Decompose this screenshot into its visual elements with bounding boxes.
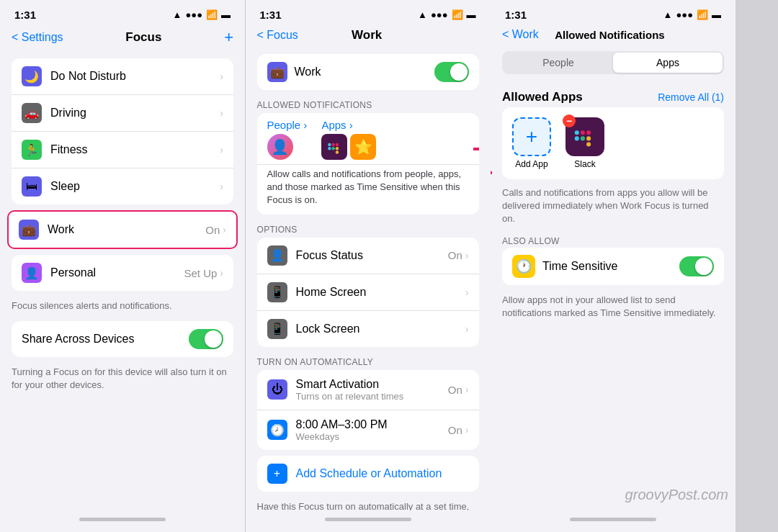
location-icon: ▲ bbox=[418, 9, 427, 20]
page-title-3: Allowed Notifications bbox=[555, 29, 665, 41]
apps-link[interactable]: Apps › bbox=[321, 119, 376, 131]
smart-activation-row[interactable]: ⏻ Smart Activation Turns on at relevant … bbox=[257, 370, 479, 410]
wifi-icon: 📶 bbox=[206, 9, 218, 20]
schedule-row[interactable]: 🕗 8:00 AM–3:00 PM Weekdays On › bbox=[257, 410, 479, 450]
work-toggle-card: 💼 Work bbox=[257, 54, 479, 90]
list-item-fitness[interactable]: 🏃 Fitness › bbox=[12, 132, 233, 168]
focus-status-icon: 👤 bbox=[267, 245, 287, 266]
back-button-2[interactable]: < Focus bbox=[257, 29, 298, 42]
home-screen-label: Home Screen bbox=[296, 286, 465, 299]
list-item-sleep[interactable]: 🛏 Sleep › bbox=[12, 168, 233, 204]
schedule-days: Weekdays bbox=[296, 431, 448, 442]
home-bar-1 bbox=[0, 510, 245, 532]
svg-rect-0 bbox=[328, 147, 331, 150]
slack-app-icon bbox=[321, 134, 347, 160]
list-item-driving[interactable]: 🚗 Driving › bbox=[12, 95, 233, 132]
add-button-1[interactable]: + bbox=[224, 28, 233, 47]
seg-apps[interactable]: Apps bbox=[613, 53, 723, 73]
lock-screen-row[interactable]: 📱 Lock Screen › bbox=[257, 311, 479, 347]
auto-card: ⏻ Smart Activation Turns on at relevant … bbox=[257, 370, 479, 450]
seg-people[interactable]: People bbox=[504, 53, 613, 73]
status-bar-1: 1:31 ▲ ●●● 📶 ▬ bbox=[0, 0, 245, 25]
remove-all-btn[interactable]: Remove All (1) bbox=[658, 91, 724, 103]
share-row[interactable]: Share Across Devices bbox=[12, 321, 233, 357]
slack-label: Slack bbox=[574, 159, 595, 169]
schedule-time: 8:00 AM–3:00 PM bbox=[296, 418, 448, 431]
battery-icon: ▬ bbox=[221, 9, 231, 20]
chevron-icon: › bbox=[223, 224, 226, 235]
status-bar-3: 1:31 ▲ ●●● 📶 ▬ bbox=[491, 0, 735, 25]
add-schedule-label[interactable]: Add Schedule or Automation bbox=[296, 467, 442, 480]
time-sensitive-label: Time Sensitive bbox=[542, 260, 679, 273]
status-icons-3: ▲ ●●● 📶 ▬ bbox=[663, 9, 721, 20]
smart-activation-sublabel: Turns on at relevant times bbox=[296, 391, 448, 402]
apps-helper: Calls and notifications from apps you al… bbox=[491, 184, 735, 232]
allowed-notif-label: ALLOWED NOTIFICATIONS bbox=[246, 96, 491, 113]
home-bar-3 bbox=[491, 510, 735, 532]
wifi-icon: 📶 bbox=[452, 9, 463, 20]
time-1: 1:31 bbox=[14, 9, 36, 21]
schedule-value: On bbox=[448, 424, 462, 436]
add-app-label: Add App bbox=[515, 159, 547, 169]
focus-status-value: On bbox=[448, 249, 462, 261]
focus-status-row[interactable]: 👤 Focus Status On › bbox=[257, 238, 479, 274]
svg-rect-11 bbox=[581, 136, 585, 140]
chevron-icon: › bbox=[465, 424, 469, 436]
personal-label: Personal bbox=[50, 266, 184, 279]
work-name: Work bbox=[295, 66, 434, 78]
list-item-do-not-disturb[interactable]: 🌙 Do Not Disturb › bbox=[12, 58, 233, 95]
add-schedule-row[interactable]: + Add Schedule or Automation bbox=[257, 456, 479, 492]
people-link[interactable]: People › bbox=[267, 119, 308, 131]
allowed-apps-header: Allowed Apps Remove All (1) bbox=[491, 84, 735, 107]
toggle-knob-2 bbox=[450, 63, 468, 81]
chevron-icon: › bbox=[220, 71, 223, 82]
work-value: On bbox=[205, 224, 220, 236]
personal-card: 👤 Personal Set Up › bbox=[12, 255, 233, 291]
work-icon-2: 💼 bbox=[267, 62, 287, 82]
share-toggle[interactable] bbox=[189, 329, 223, 349]
location-icon: ▲ bbox=[173, 9, 182, 20]
svg-rect-9 bbox=[575, 136, 579, 140]
share-label: Share Across Devices bbox=[22, 333, 189, 346]
svg-rect-5 bbox=[332, 143, 335, 146]
slack-item[interactable]: − Sl bbox=[565, 117, 604, 169]
smart-activation-text: Smart Activation Turns on at relevant ti… bbox=[296, 378, 448, 402]
time-2: 1:31 bbox=[260, 9, 282, 21]
chevron-icon: › bbox=[465, 384, 469, 395]
toggle-knob bbox=[205, 330, 222, 348]
location-icon: ▲ bbox=[663, 9, 673, 20]
add-schedule-card: + Add Schedule or Automation bbox=[257, 456, 479, 492]
people-avatar: 👤 bbox=[267, 134, 293, 160]
orange-app-icon: ⭐ bbox=[350, 134, 376, 160]
chevron-icon: › bbox=[220, 144, 223, 155]
also-allow-label: ALSO ALLOW bbox=[491, 232, 735, 248]
svg-rect-12 bbox=[586, 136, 591, 140]
home-bar-line-3 bbox=[570, 518, 656, 521]
back-button-3[interactable]: < Work bbox=[502, 28, 539, 41]
smart-activation-value: On bbox=[448, 384, 462, 396]
personal-icon: 👤 bbox=[22, 263, 42, 283]
chevron-icon: › bbox=[220, 267, 223, 279]
home-bar-line bbox=[79, 518, 166, 521]
home-bar-2 bbox=[246, 510, 491, 532]
svg-rect-10 bbox=[575, 130, 579, 135]
home-screen-row[interactable]: 📱 Home Screen › bbox=[257, 274, 479, 311]
time-sensitive-icon: 🕐 bbox=[512, 255, 535, 278]
nav-bar-3: < Work Allowed Notifications bbox=[491, 25, 735, 47]
work-icon: 💼 bbox=[19, 220, 39, 240]
time-sensitive-toggle[interactable] bbox=[679, 256, 714, 276]
list-item-work[interactable]: 💼 Work On › bbox=[9, 212, 236, 248]
time-3: 1:31 bbox=[505, 9, 527, 21]
chevron-icon: › bbox=[220, 181, 223, 192]
add-app-item[interactable]: + Add App bbox=[512, 117, 551, 169]
fitness-label: Fitness bbox=[50, 143, 220, 156]
list-item-personal[interactable]: 👤 Personal Set Up › bbox=[12, 255, 233, 291]
work-row-highlight: 💼 Work On › bbox=[7, 210, 238, 249]
work-toggle-row: 💼 Work bbox=[257, 54, 479, 90]
apps-col: Apps › bbox=[321, 119, 376, 160]
work-toggle[interactable] bbox=[434, 62, 469, 82]
sleep-icon: 🛏 bbox=[22, 176, 42, 197]
car-icon: 🚗 bbox=[22, 103, 42, 123]
back-button-1[interactable]: < Settings bbox=[12, 31, 63, 44]
add-app-icon: + bbox=[512, 117, 551, 156]
